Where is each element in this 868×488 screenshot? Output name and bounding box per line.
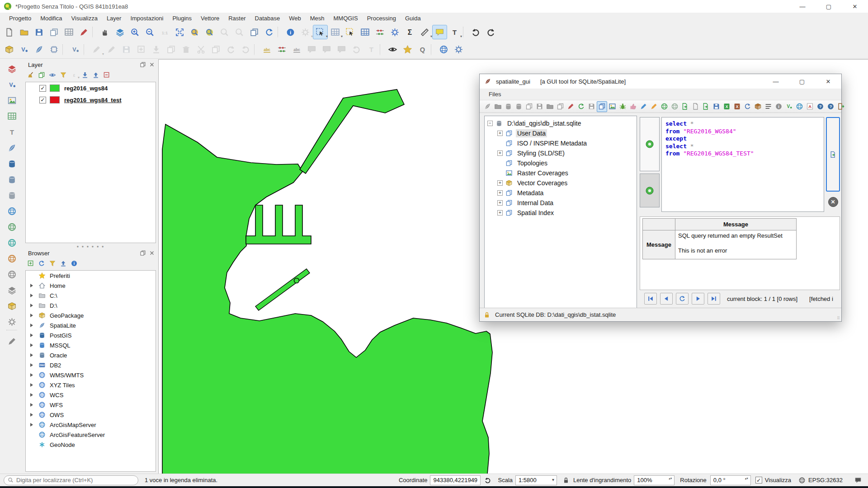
zoom-next[interactable] [232, 25, 247, 39]
minimize-button[interactable]: — [763, 74, 789, 89]
undo[interactable] [223, 42, 238, 57]
epsg-tool[interactable] [794, 101, 805, 112]
new-virtual-layer[interactable] [68, 42, 83, 57]
expander[interactable]: + [497, 131, 503, 136]
expander[interactable]: + [497, 190, 503, 196]
lock-scale-icon[interactable] [562, 477, 570, 484]
paste-features[interactable] [208, 42, 223, 57]
menu-item[interactable]: Layer [102, 14, 126, 23]
separator[interactable] [6, 330, 17, 333]
expand-arrow-icon[interactable] [28, 332, 35, 338]
separator[interactable] [92, 27, 97, 38]
add-arcgis-layer[interactable] [4, 251, 20, 267]
connect-existing-db[interactable] [493, 101, 503, 112]
layer-visibility-checkbox[interactable]: ✓ [39, 85, 46, 92]
map-tips[interactable] [432, 25, 447, 39]
layer-visibility-checkbox[interactable]: ✓ [39, 97, 46, 103]
open-project[interactable] [17, 25, 32, 39]
tree-node[interactable]: + Spatial Index [486, 208, 636, 218]
refresh-block[interactable] [676, 293, 689, 305]
srid-tool[interactable] [784, 101, 794, 112]
select-features-by-value[interactable] [328, 25, 343, 39]
expand-arrow-icon[interactable] [28, 292, 35, 299]
close-panel-icon[interactable] [149, 61, 155, 68]
processing-toolbox[interactable] [387, 25, 402, 39]
browser-item[interactable]: D:\ [26, 300, 156, 310]
layer-labeling-single[interactable] [289, 42, 304, 57]
separator[interactable] [380, 44, 384, 55]
zoom-full[interactable] [172, 25, 187, 39]
execute-sql-button[interactable] [640, 117, 660, 171]
menu-item[interactable]: MMQGIS [329, 14, 362, 23]
next-block[interactable] [692, 293, 704, 305]
virtual-dbf[interactable] [711, 101, 722, 112]
select-features-rectangle[interactable] [313, 25, 328, 39]
minimize-button[interactable]: — [789, 0, 816, 13]
expand-arrow-icon[interactable] [28, 272, 35, 279]
new-spatialite-layer[interactable] [32, 42, 47, 57]
layer-row[interactable]: ✓ reg2016_wgs84_test [26, 94, 156, 106]
memory-db[interactable] [514, 101, 524, 112]
browser-item[interactable]: OWS [26, 410, 156, 420]
browser-item[interactable]: XYZ Tiles [26, 380, 156, 390]
close-button[interactable]: ✕ [842, 0, 868, 13]
browser-item[interactable]: Oracle [26, 350, 156, 360]
style-manager[interactable] [76, 25, 91, 39]
open-data-source-manager[interactable] [4, 61, 20, 77]
scale-combo[interactable]: 1:5800 [515, 475, 557, 485]
separator[interactable] [254, 44, 259, 55]
filter-browser[interactable] [47, 258, 58, 269]
browser-item[interactable]: ArcGisMapServer [26, 420, 156, 430]
expand-arrow-icon[interactable] [28, 302, 35, 309]
collapse-all[interactable] [90, 70, 101, 80]
load-xls[interactable] [722, 101, 732, 112]
menu-item[interactable]: Raster [224, 14, 250, 23]
change-label[interactable] [364, 42, 379, 57]
float-panel-icon[interactable] [140, 61, 146, 68]
sanitize-geometries[interactable] [628, 101, 638, 112]
deselect-features[interactable] [343, 25, 358, 39]
remove-layer[interactable] [101, 70, 112, 80]
new-map-view[interactable] [247, 25, 262, 39]
rotation-spinbox[interactable]: 0,0 ° [710, 475, 751, 485]
browser-item[interactable]: C:\ [26, 291, 156, 300]
create-new-db[interactable] [482, 101, 493, 112]
open-layer-styling[interactable] [25, 70, 36, 80]
separator[interactable] [84, 44, 88, 55]
expand-arrow-icon[interactable] [28, 322, 35, 328]
manage-visibility[interactable] [47, 70, 58, 80]
text-annotation[interactable] [447, 25, 462, 39]
separator[interactable] [278, 27, 282, 38]
current-edits[interactable] [89, 42, 104, 57]
tree-node[interactable]: + Metadata [486, 188, 636, 198]
close-panel-icon[interactable] [149, 250, 155, 256]
tree-node[interactable]: Topologies [486, 158, 636, 168]
menu-item[interactable]: Database [250, 14, 285, 23]
new-project[interactable] [2, 25, 17, 39]
zoom-in[interactable] [127, 25, 142, 39]
add-mesh-layer[interactable] [4, 108, 20, 124]
add-selected-layers[interactable] [25, 258, 36, 269]
menu-item[interactable]: Impostazioni [126, 14, 168, 23]
add-wms-layer[interactable] [4, 203, 20, 219]
browser-item[interactable]: WMS/WMTS [26, 370, 156, 380]
pin-labels[interactable] [304, 42, 319, 57]
tree-node[interactable]: ISO / INSPIRE Metadata [486, 138, 636, 148]
browser-item[interactable]: GeoPackage [26, 310, 156, 320]
expand-arrow-icon[interactable] [28, 312, 35, 319]
expander[interactable]: + [497, 210, 503, 216]
dxf-loader[interactable] [649, 101, 659, 112]
add-vector-layer[interactable] [4, 77, 20, 93]
collapse-all[interactable] [58, 258, 69, 269]
add-oracle-layer[interactable] [4, 188, 20, 203]
move-feature[interactable] [149, 42, 164, 57]
exit[interactable] [836, 101, 846, 112]
save-memory-db[interactable] [534, 101, 545, 112]
menu-item[interactable]: Web [284, 14, 306, 23]
load-shapefile[interactable] [659, 101, 670, 112]
expander[interactable]: + [497, 180, 503, 186]
magnifier-spinbox[interactable]: 100% [634, 475, 675, 485]
zoom-to-selection[interactable] [202, 25, 217, 39]
sql-editor[interactable]: select * from "REG2016_WGS84" except sel… [661, 117, 824, 212]
separator[interactable] [431, 44, 435, 55]
